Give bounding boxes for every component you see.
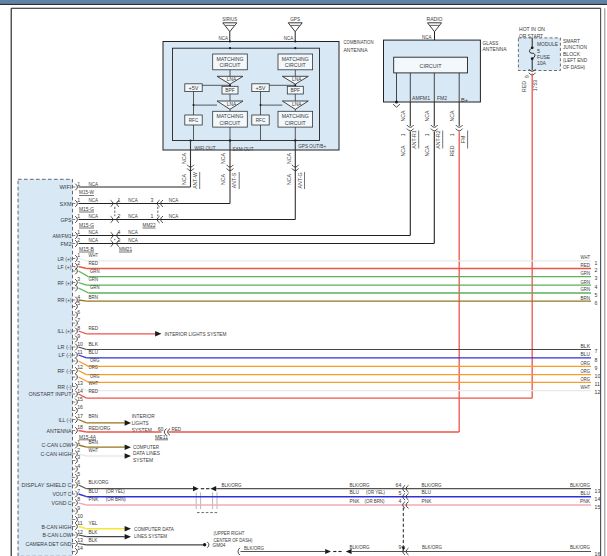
- svg-text:NCA: NCA: [169, 213, 179, 219]
- svg-text:BLU: BLU: [89, 349, 99, 355]
- svg-text:13: 13: [77, 380, 83, 386]
- svg-text:WHT: WHT: [89, 380, 99, 386]
- svg-text:15: 15: [77, 396, 83, 402]
- svg-text:WHT: WHT: [89, 252, 99, 258]
- svg-text:NCA: NCA: [424, 145, 430, 156]
- svg-text:4: 4: [398, 498, 401, 504]
- svg-text:3: 3: [117, 237, 120, 243]
- svg-text:M15-G: M15-G: [79, 206, 94, 212]
- svg-text:1: 1: [77, 213, 80, 219]
- svg-text:NCA: NCA: [286, 152, 292, 163]
- svg-text:LNA: LNA: [227, 76, 237, 82]
- svg-text:LF (+): LF (+): [58, 264, 72, 270]
- svg-text:LIGHTS: LIGHTS: [132, 420, 149, 426]
- svg-text:10A: 10A: [537, 60, 546, 66]
- svg-text:MODULE: MODULE: [537, 41, 558, 47]
- svg-text:BLK: BLK: [89, 537, 98, 543]
- svg-text:INTERIOR: INTERIOR: [132, 413, 155, 419]
- svg-text:BLU: BLU: [422, 489, 432, 495]
- svg-text:RED: RED: [89, 260, 99, 266]
- svg-text:NCA: NCA: [128, 237, 138, 243]
- svg-text:BRN: BRN: [89, 294, 99, 300]
- svg-text:BRN: BRN: [89, 413, 99, 419]
- svg-text:RED: RED: [172, 426, 182, 432]
- svg-text:9: 9: [524, 75, 530, 78]
- svg-text:ANTENNA: ANTENNA: [344, 47, 368, 53]
- svg-text:NCA: NCA: [169, 197, 179, 203]
- svg-text:RED: RED: [449, 145, 455, 156]
- svg-text:BLK: BLK: [89, 529, 98, 535]
- svg-text:1: 1: [424, 133, 430, 136]
- svg-text:LR (+): LR (+): [58, 256, 72, 262]
- svg-text:RED: RED: [521, 81, 527, 92]
- svg-text:CENTER OF DASH): CENTER OF DASH): [214, 537, 253, 543]
- svg-text:BLK/ORG: BLK/ORG: [570, 482, 590, 488]
- svg-text:ORG: ORG: [581, 368, 591, 374]
- svg-text:ME11: ME11: [155, 434, 168, 440]
- svg-text:17: 17: [77, 413, 83, 419]
- svg-text:ORG: ORG: [581, 376, 591, 382]
- svg-text:64: 64: [396, 482, 402, 488]
- svg-text:2: 2: [77, 237, 80, 243]
- svg-text:ILL (-): ILL (-): [59, 417, 72, 423]
- svg-text:2: 2: [77, 260, 80, 266]
- svg-text:ANTENNA: ANTENNA: [483, 46, 507, 52]
- svg-text:BLU: BLU: [350, 489, 360, 495]
- svg-text:BLK: BLK: [89, 341, 99, 347]
- svg-text:1: 1: [449, 133, 455, 136]
- svg-text:4: 4: [77, 463, 80, 469]
- svg-text:BLK/ORG: BLK/ORG: [422, 482, 442, 488]
- svg-text:ORG: ORG: [90, 373, 100, 379]
- svg-text:YEL: YEL: [89, 520, 99, 526]
- svg-text:6: 6: [77, 479, 80, 485]
- svg-text:12: 12: [77, 529, 83, 535]
- svg-text:GRN: GRN: [581, 286, 591, 292]
- svg-text:RED/ORG: RED/ORG: [89, 425, 111, 431]
- svg-text:BLK/ORG: BLK/ORG: [222, 482, 242, 488]
- svg-text:ILL (+): ILL (+): [58, 328, 72, 334]
- svg-text:9: 9: [398, 544, 401, 550]
- svg-text:NCA: NCA: [424, 110, 430, 121]
- svg-text:2: 2: [595, 267, 598, 273]
- svg-text:ANT-S: ANT-S: [231, 172, 237, 188]
- svg-text:MATCHING: MATCHING: [282, 56, 309, 62]
- svg-text:OF DASH): OF DASH): [563, 64, 585, 70]
- svg-text:LNA: LNA: [292, 76, 302, 82]
- svg-text:NCA: NCA: [89, 229, 99, 235]
- svg-text:ANTENNA: ANTENNA: [47, 428, 72, 434]
- svg-text:CIRCUIT: CIRCUIT: [420, 63, 442, 69]
- svg-text:4: 4: [77, 294, 80, 300]
- svg-text:BLK/ORG: BLK/ORG: [350, 544, 370, 550]
- svg-text:10: 10: [77, 341, 83, 347]
- svg-text:14: 14: [77, 545, 83, 551]
- svg-text:MATCHING: MATCHING: [217, 113, 244, 119]
- svg-text:LNA: LNA: [227, 101, 237, 107]
- svg-text:+5V: +5V: [189, 85, 200, 91]
- svg-text:BLOCK: BLOCK: [563, 51, 580, 57]
- svg-text:4: 4: [117, 229, 120, 235]
- svg-text:9: 9: [595, 365, 598, 371]
- svg-text:2: 2: [77, 447, 80, 453]
- svg-text:WIFI: WIFI: [60, 184, 72, 190]
- svg-text:18: 18: [77, 424, 83, 430]
- svg-text:NCA: NCA: [181, 173, 187, 184]
- svg-text:13: 13: [77, 537, 83, 543]
- svg-text:COMBINATION: COMBINATION: [344, 39, 374, 45]
- svg-text:16: 16: [595, 551, 601, 556]
- svg-text:3: 3: [151, 197, 154, 203]
- svg-text:1: 1: [151, 213, 154, 219]
- svg-text:(OR BRN): (OR BRN): [106, 496, 126, 502]
- svg-text:LNA: LNA: [292, 101, 302, 107]
- svg-text:15: 15: [595, 504, 601, 510]
- svg-text:NCA: NCA: [89, 213, 99, 219]
- svg-text:NCA: NCA: [422, 34, 432, 40]
- svg-text:(OR BRN): (OR BRN): [365, 498, 385, 504]
- svg-text:1753: 1753: [532, 80, 538, 92]
- svg-text:1: 1: [77, 197, 80, 203]
- svg-text:16: 16: [77, 404, 83, 410]
- svg-text:12: 12: [595, 389, 601, 395]
- svg-text:3: 3: [77, 276, 80, 282]
- svg-text:B+: B+: [461, 97, 468, 103]
- svg-text:GRN: GRN: [89, 276, 99, 282]
- svg-text:WHT: WHT: [89, 447, 99, 453]
